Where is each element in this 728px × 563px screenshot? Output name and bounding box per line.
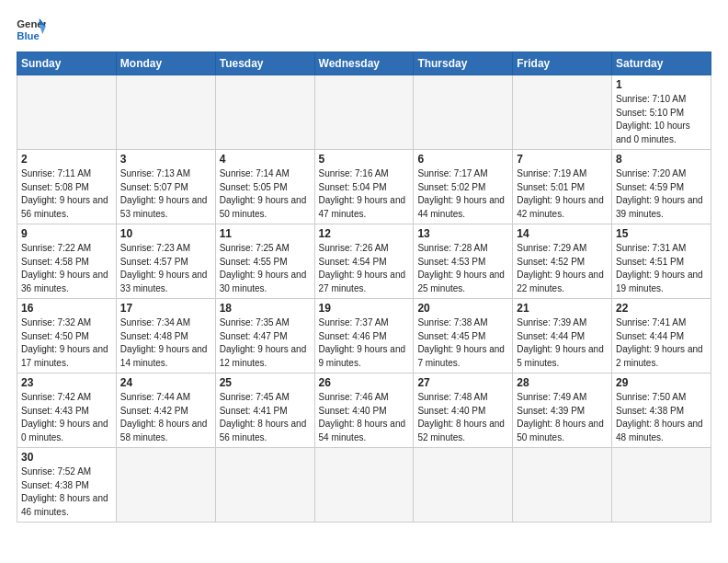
weekday-header-thursday: Thursday <box>414 52 513 75</box>
calendar-cell: 18Sunrise: 7:35 AM Sunset: 4:47 PM Dayli… <box>215 299 314 373</box>
calendar-cell: 22Sunrise: 7:41 AM Sunset: 4:44 PM Dayli… <box>612 299 711 373</box>
day-info: Sunrise: 7:41 AM Sunset: 4:44 PM Dayligh… <box>616 316 707 370</box>
day-info: Sunrise: 7:17 AM Sunset: 5:02 PM Dayligh… <box>417 167 508 221</box>
weekday-header-sunday: Sunday <box>17 52 117 75</box>
calendar-cell: 6Sunrise: 7:17 AM Sunset: 5:02 PM Daylig… <box>414 150 513 224</box>
day-info: Sunrise: 7:31 AM Sunset: 4:51 PM Dayligh… <box>616 242 707 295</box>
day-info: Sunrise: 7:37 AM Sunset: 4:46 PM Dayligh… <box>319 316 410 370</box>
weekday-header-wednesday: Wednesday <box>314 52 414 75</box>
calendar-cell <box>513 448 612 523</box>
calendar-cell <box>513 75 612 150</box>
day-info: Sunrise: 7:22 AM Sunset: 4:58 PM Dayligh… <box>21 242 112 295</box>
day-info: Sunrise: 7:16 AM Sunset: 5:04 PM Dayligh… <box>319 167 410 221</box>
day-number: 25 <box>220 376 311 389</box>
generalblue-logo-icon: General Blue <box>17 17 46 42</box>
day-number: 12 <box>319 227 410 240</box>
day-number: 14 <box>517 227 608 240</box>
calendar-cell: 4Sunrise: 7:14 AM Sunset: 5:05 PM Daylig… <box>215 150 314 224</box>
day-info: Sunrise: 7:42 AM Sunset: 4:43 PM Dayligh… <box>21 391 112 444</box>
day-number: 9 <box>21 227 112 240</box>
day-number: 2 <box>21 153 112 166</box>
day-info: Sunrise: 7:35 AM Sunset: 4:47 PM Dayligh… <box>220 316 311 370</box>
day-info: Sunrise: 7:23 AM Sunset: 4:57 PM Dayligh… <box>120 242 211 295</box>
weekday-header-monday: Monday <box>116 52 215 75</box>
week-row-3: 16Sunrise: 7:32 AM Sunset: 4:50 PM Dayli… <box>17 299 711 373</box>
week-row-1: 2Sunrise: 7:11 AM Sunset: 5:08 PM Daylig… <box>17 150 711 224</box>
day-info: Sunrise: 7:48 AM Sunset: 4:40 PM Dayligh… <box>417 391 508 444</box>
day-number: 22 <box>616 302 707 315</box>
calendar-cell: 30Sunrise: 7:52 AM Sunset: 4:38 PM Dayli… <box>17 448 117 523</box>
week-row-5: 30Sunrise: 7:52 AM Sunset: 4:38 PM Dayli… <box>17 448 711 523</box>
day-number: 27 <box>417 376 508 389</box>
day-info: Sunrise: 7:28 AM Sunset: 4:53 PM Dayligh… <box>417 242 508 295</box>
header: General Blue <box>17 17 711 42</box>
day-info: Sunrise: 7:39 AM Sunset: 4:44 PM Dayligh… <box>517 316 608 370</box>
calendar-cell: 14Sunrise: 7:29 AM Sunset: 4:52 PM Dayli… <box>513 224 612 299</box>
calendar-cell <box>314 75 414 150</box>
calendar-cell <box>314 448 414 523</box>
calendar-table: SundayMondayTuesdayWednesdayThursdayFrid… <box>17 52 711 523</box>
calendar-cell <box>215 448 314 523</box>
day-info: Sunrise: 7:19 AM Sunset: 5:01 PM Dayligh… <box>517 167 608 221</box>
day-number: 30 <box>21 451 112 464</box>
weekday-header-saturday: Saturday <box>612 52 711 75</box>
calendar-cell: 15Sunrise: 7:31 AM Sunset: 4:51 PM Dayli… <box>612 224 711 299</box>
calendar-cell <box>17 75 117 150</box>
week-row-0: 1Sunrise: 7:10 AM Sunset: 5:10 PM Daylig… <box>17 75 711 150</box>
day-number: 4 <box>220 153 311 166</box>
calendar-cell: 9Sunrise: 7:22 AM Sunset: 4:58 PM Daylig… <box>17 224 117 299</box>
weekday-header-row: SundayMondayTuesdayWednesdayThursdayFrid… <box>17 52 711 75</box>
day-info: Sunrise: 7:52 AM Sunset: 4:38 PM Dayligh… <box>21 465 112 519</box>
day-info: Sunrise: 7:26 AM Sunset: 4:54 PM Dayligh… <box>319 242 410 295</box>
day-number: 17 <box>120 302 211 315</box>
calendar-cell: 13Sunrise: 7:28 AM Sunset: 4:53 PM Dayli… <box>414 224 513 299</box>
calendar-cell: 29Sunrise: 7:50 AM Sunset: 4:38 PM Dayli… <box>612 373 711 448</box>
calendar-cell: 19Sunrise: 7:37 AM Sunset: 4:46 PM Dayli… <box>314 299 414 373</box>
calendar-cell <box>116 75 215 150</box>
calendar-cell: 16Sunrise: 7:32 AM Sunset: 4:50 PM Dayli… <box>17 299 117 373</box>
calendar-cell <box>414 448 513 523</box>
day-number: 24 <box>120 376 211 389</box>
day-info: Sunrise: 7:50 AM Sunset: 4:38 PM Dayligh… <box>616 391 707 444</box>
day-number: 10 <box>120 227 211 240</box>
weekday-header-tuesday: Tuesday <box>215 52 314 75</box>
day-number: 21 <box>517 302 608 315</box>
day-number: 6 <box>417 153 508 166</box>
day-number: 3 <box>120 153 211 166</box>
calendar-cell: 5Sunrise: 7:16 AM Sunset: 5:04 PM Daylig… <box>314 150 414 224</box>
day-info: Sunrise: 7:10 AM Sunset: 5:10 PM Dayligh… <box>616 93 707 146</box>
day-number: 7 <box>517 153 608 166</box>
day-number: 15 <box>616 227 707 240</box>
weekday-header-friday: Friday <box>513 52 612 75</box>
day-number: 18 <box>220 302 311 315</box>
day-number: 28 <box>517 376 608 389</box>
calendar-cell: 17Sunrise: 7:34 AM Sunset: 4:48 PM Dayli… <box>116 299 215 373</box>
day-info: Sunrise: 7:45 AM Sunset: 4:41 PM Dayligh… <box>220 391 311 444</box>
day-number: 26 <box>319 376 410 389</box>
calendar-cell: 8Sunrise: 7:20 AM Sunset: 4:59 PM Daylig… <box>612 150 711 224</box>
calendar-cell: 20Sunrise: 7:38 AM Sunset: 4:45 PM Dayli… <box>414 299 513 373</box>
calendar-cell: 10Sunrise: 7:23 AM Sunset: 4:57 PM Dayli… <box>116 224 215 299</box>
calendar-cell: 23Sunrise: 7:42 AM Sunset: 4:43 PM Dayli… <box>17 373 117 448</box>
day-number: 11 <box>220 227 311 240</box>
calendar-cell: 7Sunrise: 7:19 AM Sunset: 5:01 PM Daylig… <box>513 150 612 224</box>
day-number: 5 <box>319 153 410 166</box>
day-number: 29 <box>616 376 707 389</box>
day-number: 1 <box>616 78 707 91</box>
day-info: Sunrise: 7:20 AM Sunset: 4:59 PM Dayligh… <box>616 167 707 221</box>
day-info: Sunrise: 7:49 AM Sunset: 4:39 PM Dayligh… <box>517 391 608 444</box>
calendar-cell: 25Sunrise: 7:45 AM Sunset: 4:41 PM Dayli… <box>215 373 314 448</box>
calendar-cell <box>414 75 513 150</box>
day-info: Sunrise: 7:46 AM Sunset: 4:40 PM Dayligh… <box>319 391 410 444</box>
day-info: Sunrise: 7:14 AM Sunset: 5:05 PM Dayligh… <box>220 167 311 221</box>
calendar-cell: 26Sunrise: 7:46 AM Sunset: 4:40 PM Dayli… <box>314 373 414 448</box>
day-info: Sunrise: 7:29 AM Sunset: 4:52 PM Dayligh… <box>517 242 608 295</box>
day-info: Sunrise: 7:25 AM Sunset: 4:55 PM Dayligh… <box>220 242 311 295</box>
week-row-4: 23Sunrise: 7:42 AM Sunset: 4:43 PM Dayli… <box>17 373 711 448</box>
day-number: 8 <box>616 153 707 166</box>
day-number: 20 <box>417 302 508 315</box>
calendar-cell: 12Sunrise: 7:26 AM Sunset: 4:54 PM Dayli… <box>314 224 414 299</box>
calendar-cell: 27Sunrise: 7:48 AM Sunset: 4:40 PM Dayli… <box>414 373 513 448</box>
day-info: Sunrise: 7:13 AM Sunset: 5:07 PM Dayligh… <box>120 167 211 221</box>
day-number: 13 <box>417 227 508 240</box>
